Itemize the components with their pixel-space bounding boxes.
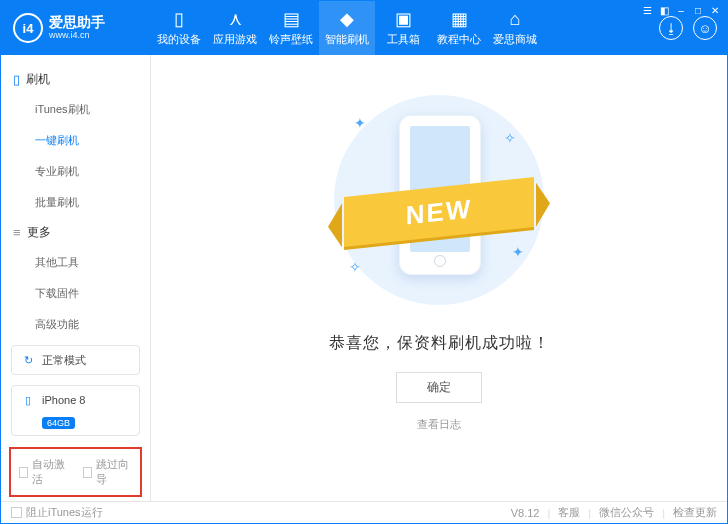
- nav-my-device[interactable]: ▯我的设备: [151, 1, 207, 55]
- success-illustration: ✦ ✧ ✧ ✦ NEW: [334, 95, 544, 305]
- nav-toolbox[interactable]: ▣工具箱: [375, 1, 431, 55]
- phone-small-icon: ▯: [20, 392, 36, 408]
- top-nav: ▯我的设备 ⋏应用游戏 ▤铃声壁纸 ◆智能刷机 ▣工具箱 ▦教程中心 ⌂爱思商城: [151, 1, 649, 55]
- main-content: ✦ ✧ ✧ ✦ NEW 恭喜您，保资料刷机成功啦！ 确定 查看日志: [151, 55, 727, 501]
- sidebar-item-batch-flash[interactable]: 批量刷机: [1, 187, 150, 218]
- sidebar-item-itunes-flash[interactable]: iTunes刷机: [1, 94, 150, 125]
- refresh-icon: ↻: [20, 352, 36, 368]
- success-message: 恭喜您，保资料刷机成功啦！: [329, 333, 550, 354]
- header-right: ⭳ ☺: [649, 16, 727, 40]
- view-log-link[interactable]: 查看日志: [417, 417, 461, 432]
- footer-link-wechat[interactable]: 微信公众号: [599, 505, 654, 520]
- logo-title: 爱思助手: [49, 15, 105, 30]
- ok-button[interactable]: 确定: [396, 372, 482, 403]
- nav-store[interactable]: ⌂爱思商城: [487, 1, 543, 55]
- maximize-button[interactable]: □: [691, 4, 705, 16]
- status-bar: 阻止iTunes运行 V8.12 | 客服 | 微信公众号 | 检查更新: [1, 501, 727, 523]
- app-logo: i4 爱思助手 www.i4.cn: [1, 13, 151, 43]
- sidebar-item-download-firmware[interactable]: 下载固件: [1, 278, 150, 309]
- device-small-icon: ▯: [13, 72, 20, 87]
- sparkle-icon: ✦: [512, 244, 524, 260]
- window-controls: ☰ ◧ – □ ✕: [640, 4, 722, 16]
- toolbox-icon: ▣: [395, 9, 412, 29]
- sidebar-section-more: ≡ 更多: [1, 218, 150, 247]
- checkbox-block-itunes[interactable]: 阻止iTunes运行: [11, 505, 103, 520]
- footer-link-support[interactable]: 客服: [558, 505, 580, 520]
- footer-link-update[interactable]: 检查更新: [673, 505, 717, 520]
- sparkle-icon: ✧: [349, 259, 361, 275]
- tutorial-icon: ▦: [451, 9, 468, 29]
- device-indicator[interactable]: ▯ iPhone 8 64GB: [11, 385, 140, 436]
- app-header: i4 爱思助手 www.i4.cn ▯我的设备 ⋏应用游戏 ▤铃声壁纸 ◆智能刷…: [1, 1, 727, 55]
- apps-icon: ⋏: [229, 9, 242, 29]
- options-highlight-box: 自动激活 跳过向导: [9, 447, 142, 497]
- sparkle-icon: ✦: [354, 115, 366, 131]
- sidebar: ▯ 刷机 iTunes刷机 一键刷机 专业刷机 批量刷机 ≡ 更多 其他工具 下…: [1, 55, 151, 501]
- close-button[interactable]: ✕: [708, 4, 722, 16]
- sidebar-item-other-tools[interactable]: 其他工具: [1, 247, 150, 278]
- version-label: V8.12: [511, 507, 540, 519]
- sidebar-item-pro-flash[interactable]: 专业刷机: [1, 156, 150, 187]
- logo-badge-icon: i4: [13, 13, 43, 43]
- minimize-button[interactable]: –: [674, 4, 688, 16]
- checkbox-icon: [19, 467, 28, 478]
- sidebar-item-advanced[interactable]: 高级功能: [1, 309, 150, 340]
- nav-apps[interactable]: ⋏应用游戏: [207, 1, 263, 55]
- storage-badge: 64GB: [42, 417, 75, 429]
- checkbox-icon: [11, 507, 22, 518]
- sparkle-icon: ✧: [504, 130, 516, 146]
- wallpaper-icon: ▤: [283, 9, 300, 29]
- sidebar-item-oneclick-flash[interactable]: 一键刷机: [1, 125, 150, 156]
- checkbox-icon: [83, 467, 92, 478]
- nav-smart-flash[interactable]: ◆智能刷机: [319, 1, 375, 55]
- download-button[interactable]: ⭳: [659, 16, 683, 40]
- logo-subtitle: www.i4.cn: [49, 31, 105, 41]
- checkbox-auto-activate[interactable]: 自动激活: [19, 457, 69, 487]
- checkbox-skip-wizard[interactable]: 跳过向导: [83, 457, 133, 487]
- flash-icon: ◆: [340, 9, 354, 29]
- store-icon: ⌂: [510, 9, 521, 29]
- sys-menu-icon[interactable]: ☰: [640, 4, 654, 16]
- mode-indicator[interactable]: ↻ 正常模式: [11, 345, 140, 375]
- sys-shirt-icon[interactable]: ◧: [657, 4, 671, 16]
- device-icon: ▯: [174, 9, 184, 29]
- sidebar-section-flash: ▯ 刷机: [1, 65, 150, 94]
- account-button[interactable]: ☺: [693, 16, 717, 40]
- nav-tutorials[interactable]: ▦教程中心: [431, 1, 487, 55]
- more-icon: ≡: [13, 225, 21, 240]
- nav-ringtones[interactable]: ▤铃声壁纸: [263, 1, 319, 55]
